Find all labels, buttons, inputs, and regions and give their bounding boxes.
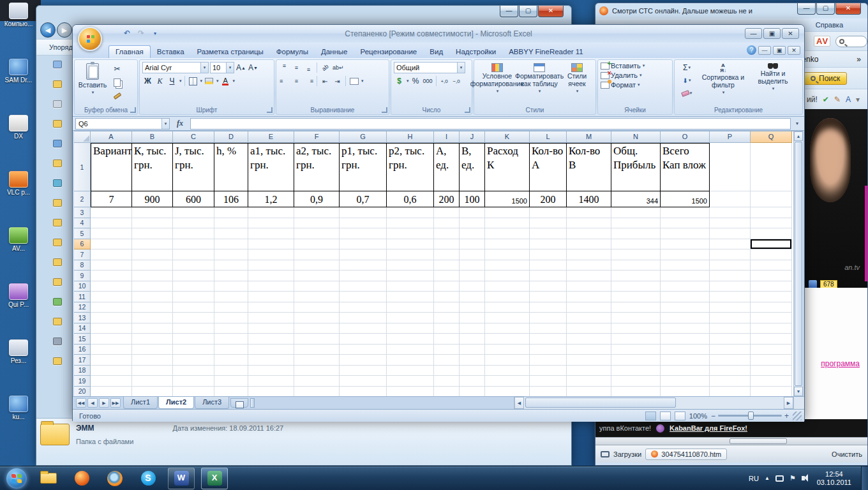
zoom-in-icon[interactable]: +	[784, 412, 789, 420]
cell-J12[interactable]	[460, 302, 485, 313]
align-left-button[interactable]: ≡	[279, 75, 290, 87]
cell-M20[interactable]	[567, 387, 611, 397]
cell-O9[interactable]	[661, 271, 710, 281]
cell-G7[interactable]	[340, 249, 387, 260]
row-header-11[interactable]: 11	[74, 292, 91, 302]
cell-N10[interactable]	[611, 281, 661, 292]
cell-H15[interactable]	[387, 334, 434, 345]
cell-Q8[interactable]	[751, 260, 792, 271]
cell-G19[interactable]	[340, 376, 387, 387]
translate-icon[interactable]: А	[846, 95, 851, 104]
fill-color-button[interactable]	[204, 75, 214, 87]
download-item[interactable]: 304754110870.htm	[645, 449, 727, 460]
cell-F17[interactable]	[294, 355, 340, 366]
cell-B16[interactable]	[132, 345, 173, 355]
cell-N4[interactable]	[611, 218, 661, 229]
cell-F2[interactable]: 0,9	[294, 191, 340, 207]
cell-F14[interactable]	[294, 323, 340, 334]
cell-K19[interactable]	[485, 376, 530, 387]
minimize-icon[interactable]: —	[797, 3, 816, 15]
explorer-nav-icon[interactable]	[53, 100, 62, 108]
help-icon[interactable]: ?	[747, 45, 756, 55]
cell-O15[interactable]	[661, 334, 710, 345]
cell-A13[interactable]	[91, 313, 132, 323]
cell-B15[interactable]	[132, 334, 173, 345]
cell-O5[interactable]	[661, 228, 710, 239]
page-layout-view-button[interactable]	[660, 412, 671, 420]
cell-F20[interactable]	[294, 387, 340, 397]
cell-J8[interactable]	[460, 260, 485, 271]
explorer-nav-icon[interactable]	[53, 61, 62, 68]
cell-A11[interactable]	[91, 292, 132, 302]
column-header-M[interactable]: M	[567, 131, 611, 143]
cell-G1[interactable]: p1, тыс. грн.	[340, 143, 387, 191]
cell-L4[interactable]	[530, 218, 567, 229]
cell-B3[interactable]	[132, 207, 173, 218]
cell-H14[interactable]	[387, 323, 434, 334]
show-desktop-button[interactable]	[861, 466, 868, 490]
cell-P17[interactable]	[710, 355, 751, 366]
autosum-button[interactable]: Σ▾	[677, 62, 696, 73]
row-header-9[interactable]: 9	[74, 271, 91, 281]
wrap-text-button[interactable]: ab↵	[332, 62, 345, 73]
cell-E12[interactable]	[248, 302, 294, 313]
explorer-nav-icon[interactable]	[53, 298, 62, 306]
cell-K16[interactable]	[485, 345, 530, 355]
tab-splitter-handle[interactable]	[250, 398, 255, 408]
scrollbar-thumb[interactable]	[795, 142, 802, 386]
row-header-6[interactable]: 6	[74, 239, 91, 250]
cell-I3[interactable]	[434, 207, 460, 218]
hidden-icons-icon[interactable]: ▲	[765, 475, 770, 481]
chevron-down-icon[interactable]: ▾	[200, 78, 203, 84]
cell-D8[interactable]	[214, 260, 248, 271]
cell-H11[interactable]	[387, 292, 434, 302]
scroll-left-icon[interactable]: ◀	[514, 397, 524, 409]
cell-L16[interactable]	[530, 345, 567, 355]
cell-F3[interactable]	[294, 207, 340, 218]
minimize-icon[interactable]: —	[745, 28, 762, 39]
cell-N7[interactable]	[611, 249, 661, 260]
cell-E5[interactable]	[248, 228, 294, 239]
cell-M3[interactable]	[567, 207, 611, 218]
merge-center-button[interactable]	[348, 75, 359, 87]
explorer-nav-icon[interactable]	[53, 258, 62, 266]
cell-N1[interactable]: Общ. Прибыль	[611, 143, 661, 191]
excel-titlebar[interactable]: ↶ ↷ ▾ Степаненко [Режим совместимости] -…	[73, 25, 804, 43]
cell-H10[interactable]	[387, 281, 434, 292]
cell-K14[interactable]	[485, 323, 530, 334]
cell-E16[interactable]	[248, 345, 294, 355]
cell-N17[interactable]	[611, 355, 661, 366]
cell-M2[interactable]: 1400	[567, 191, 611, 207]
ribbon-tab-1[interactable]: Главная	[108, 45, 151, 58]
maximize-icon[interactable]: ▢	[519, 6, 537, 17]
percent-button[interactable]: %	[410, 75, 421, 87]
format-as-table-button[interactable]: Форматировать как таблицу▾	[519, 62, 560, 105]
cell-O4[interactable]	[661, 218, 710, 229]
scroll-down-icon[interactable]: ▼	[794, 387, 803, 396]
workbook-minimize-icon[interactable]: —	[758, 46, 771, 55]
cell-C12[interactable]	[173, 302, 214, 313]
office-button[interactable]	[78, 27, 102, 51]
explorer-nav-icon[interactable]	[53, 338, 62, 345]
chevron-down-icon[interactable]: ▾	[216, 78, 219, 84]
scrollbar-thumb[interactable]	[525, 397, 676, 408]
explorer-nav-icon[interactable]	[53, 239, 62, 246]
cell-Q17[interactable]	[751, 355, 792, 366]
cell-C4[interactable]	[173, 218, 214, 229]
select-all-corner[interactable]	[74, 131, 91, 143]
cell-M16[interactable]	[567, 345, 611, 355]
cell-Q18[interactable]	[751, 366, 792, 376]
cell-Q13[interactable]	[751, 313, 792, 323]
explorer-nav-icon[interactable]	[53, 357, 62, 365]
cell-A19[interactable]	[91, 376, 132, 387]
cell-P12[interactable]	[710, 302, 751, 313]
row-header-18[interactable]: 18	[74, 366, 91, 376]
row-header-12[interactable]: 12	[74, 302, 91, 313]
cell-A9[interactable]	[91, 271, 132, 281]
cell-Q14[interactable]	[751, 323, 792, 334]
ribbon-tab-6[interactable]: Рецензирование	[354, 46, 423, 58]
cell-Q5[interactable]	[751, 228, 792, 239]
qat-customize-button[interactable]: ▾	[149, 29, 161, 39]
horizontal-scrollbar[interactable]: ◀ ▶	[514, 397, 793, 409]
cell-E4[interactable]	[248, 218, 294, 229]
